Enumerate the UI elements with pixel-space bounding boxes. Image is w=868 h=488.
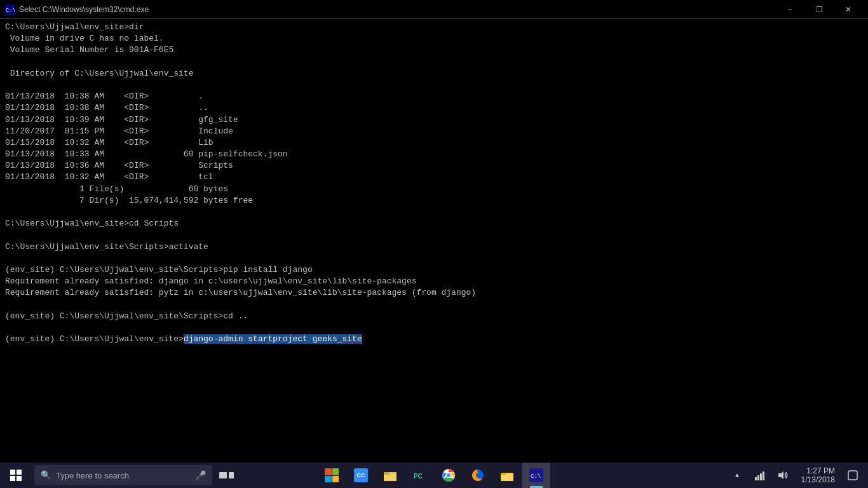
taskbar-left: 🔍 Type here to search 🎤 <box>0 463 240 488</box>
cc-app-button[interactable]: CC <box>347 463 375 488</box>
volume-icon[interactable] <box>773 463 793 488</box>
svg-rect-21 <box>848 471 857 480</box>
system-tray-expand[interactable]: ▲ <box>727 463 747 488</box>
svg-rect-17 <box>757 475 759 480</box>
terminal-output: C:\Users\Ujjwal\env_site>dir Volume in d… <box>5 22 863 345</box>
svg-rect-16 <box>755 477 757 480</box>
svg-rect-12 <box>501 474 513 481</box>
restore-button[interactable]: ❐ <box>804 0 834 19</box>
clock-time: 1:27 PM <box>806 466 835 475</box>
cmd-icon: C:\ <box>5 4 15 15</box>
svg-text:C:\: C:\ <box>6 8 15 14</box>
svg-marker-20 <box>778 471 783 479</box>
svg-point-9 <box>447 473 451 477</box>
taskbar: 🔍 Type here to search 🎤 CC <box>0 463 868 488</box>
cmd-taskbar-button[interactable]: C:\ <box>522 463 550 488</box>
svg-rect-19 <box>763 471 764 480</box>
svg-rect-4 <box>384 472 390 475</box>
firefox-button[interactable] <box>464 463 492 488</box>
svg-rect-13 <box>501 473 506 475</box>
close-button[interactable]: ✕ <box>834 0 863 19</box>
titlebar-controls: – ❐ ✕ <box>775 0 863 19</box>
titlebar-title: Select C:\Windows\system32\cmd.exe <box>19 5 149 14</box>
pycharm-icon: PC <box>412 468 426 482</box>
task-view-icon <box>219 472 234 478</box>
chrome-button[interactable] <box>435 463 463 488</box>
pycharm-button[interactable]: PC <box>405 463 433 488</box>
cmd-taskbar-icon: C:\ <box>529 468 543 482</box>
folder-icon <box>500 468 514 482</box>
search-box[interactable]: 🔍 Type here to search 🎤 <box>34 465 212 485</box>
file-explorer-button[interactable] <box>376 463 404 488</box>
titlebar: C:\ Select C:\Windows\system32\cmd.exe –… <box>0 0 868 19</box>
taskbar-apps: CC PC <box>318 463 550 488</box>
titlebar-left: C:\ Select C:\Windows\system32\cmd.exe <box>5 4 149 15</box>
microphone-icon[interactable]: 🎤 <box>195 470 206 481</box>
system-clock[interactable]: 1:27 PM 1/13/2018 <box>796 463 840 488</box>
terminal-window[interactable]: C:\Users\Ujjwal\env_site>dir Volume in d… <box>0 19 868 463</box>
search-icon: 🔍 <box>41 470 51 480</box>
file-explorer-icon <box>383 468 397 482</box>
svg-text:C:\: C:\ <box>531 473 541 480</box>
task-view-button[interactable] <box>212 463 240 488</box>
store-icon <box>325 468 339 482</box>
firefox-icon <box>471 468 485 482</box>
folder-button[interactable] <box>493 463 521 488</box>
network-icon[interactable] <box>750 463 770 488</box>
taskbar-right: ▲ 1:27 PM 1/13/2018 <box>727 463 868 488</box>
start-button[interactable] <box>0 463 32 488</box>
svg-rect-18 <box>760 473 762 480</box>
search-placeholder-text: Type here to search <box>56 471 129 480</box>
notification-button[interactable] <box>843 463 863 488</box>
chrome-icon <box>442 468 456 482</box>
svg-text:PC: PC <box>414 473 423 480</box>
clock-date: 1/13/2018 <box>801 475 835 484</box>
minimize-button[interactable]: – <box>775 0 804 19</box>
cc-icon: CC <box>354 468 368 482</box>
windows-logo-icon <box>10 470 22 481</box>
store-app-button[interactable] <box>318 463 346 488</box>
